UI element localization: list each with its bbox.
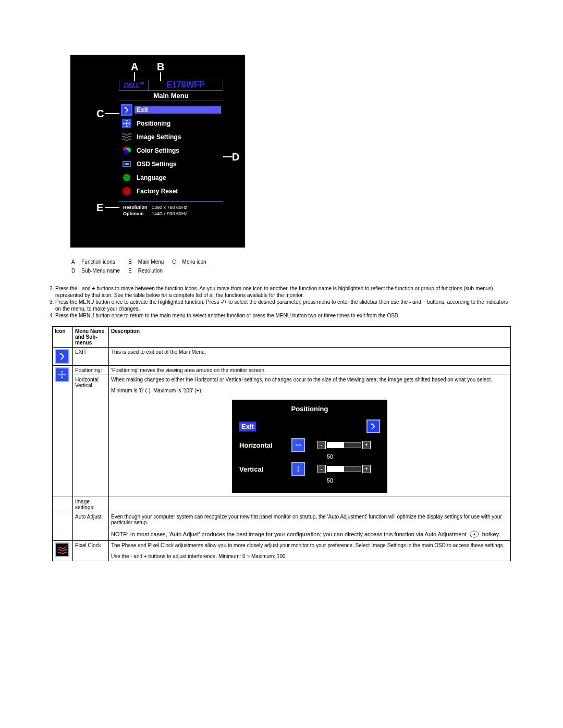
step-3: Press the MENU button once to activate t…: [55, 299, 511, 312]
menu-label: Exit: [134, 106, 221, 114]
menu-item-factory-reset[interactable]: Factory Reset: [121, 184, 221, 198]
menu-label: Color Settings: [134, 147, 221, 154]
menu-label: Positioning: [134, 120, 221, 127]
menu-item-osd-settings[interactable]: OSD Settings: [121, 157, 221, 171]
table-row: Horizontal Vertical When making changes …: [53, 375, 511, 497]
vertical-value: 50: [280, 477, 380, 484]
vertical-arrows-icon: [291, 462, 305, 476]
svg-rect-7: [125, 163, 129, 165]
submenu-vertical[interactable]: Vertical -+: [239, 460, 380, 478]
menu-label: Factory Reset: [134, 188, 221, 195]
auto-adjust-hotkey-icon: [470, 530, 479, 539]
resolution-value: 1360 x 768 60Hz: [152, 205, 219, 210]
callout-B: B: [157, 61, 164, 73]
row-sublabel: Horizontal Vertical: [73, 375, 109, 497]
osd-panel: DELLTM E178WFP Main Menu Exit Positionin…: [119, 80, 223, 219]
table-row: Auto Adjust Even though your computer sy…: [53, 512, 511, 541]
submenu-title: Positioning: [239, 403, 380, 417]
vertical-slider[interactable]: -+: [317, 465, 371, 473]
step-4: Press the MENU button once to return to …: [55, 312, 511, 319]
horizontal-arrows-icon: [291, 438, 305, 452]
row-desc: This is used to exit out of the Main Men…: [109, 348, 511, 366]
svg-point-8: [123, 174, 130, 181]
menu-label: Image Settings: [134, 133, 221, 141]
row-sublabel: Pixel Clock: [73, 541, 109, 561]
exit-icon: [55, 349, 69, 364]
callout-C: C: [96, 108, 104, 120]
svg-point-11: [60, 353, 62, 355]
function-table: Icon Menu Name and Sub-menus Description…: [52, 326, 511, 561]
col-name: Menu Name and Sub-menus: [73, 327, 109, 348]
callout-A: A: [131, 61, 138, 73]
optimum-label: Optimum: [123, 211, 152, 216]
row-desc: The Phase and Pixel Clock adjustments al…: [109, 541, 511, 561]
resolution-label: Resolution: [123, 205, 152, 210]
row-name: Image settings:: [73, 497, 109, 512]
row-sublabel: Auto Adjust: [73, 512, 109, 541]
svg-rect-0: [123, 106, 131, 114]
row-name: EXIT: [73, 348, 109, 366]
positioning-icon: [55, 367, 69, 382]
menu-item-positioning[interactable]: Positioning: [121, 117, 221, 130]
callout-E: E: [96, 202, 103, 214]
positioning-icon: [121, 118, 132, 129]
exit-icon: [366, 419, 380, 433]
svg-point-1: [125, 107, 126, 109]
model-number: E178WFP: [149, 80, 223, 90]
osd-settings-icon: [121, 158, 132, 170]
image-settings-icon: [55, 542, 69, 557]
row-desc: Even though your computer system can rec…: [109, 512, 511, 541]
col-desc: Description: [109, 327, 511, 348]
row-name: Positioning:: [73, 366, 109, 375]
main-menu-title: Main Menu: [119, 91, 223, 101]
row-desc: When making changes to either the Horizo…: [109, 375, 511, 497]
svg-point-9: [123, 187, 131, 195]
svg-point-5: [124, 150, 129, 155]
osd-screenshot: A B C D E DELLTM E178WFP Main Menu: [70, 55, 245, 248]
callout-legend: AFunction icons BMain Menu CMenu icon DS…: [70, 257, 215, 276]
positioning-submenu: Positioning Exit Horizontal: [232, 400, 387, 493]
svg-point-14: [473, 534, 475, 535]
step-2: Press the - and + buttons to move betwee…: [55, 285, 511, 299]
image-settings-icon: [121, 131, 132, 143]
horizontal-slider[interactable]: -+: [317, 441, 371, 449]
factory-reset-icon: [121, 186, 132, 197]
color-settings-icon: [121, 145, 132, 156]
submenu-exit[interactable]: Exit: [239, 417, 380, 436]
dell-logo: DELLTM: [119, 80, 149, 90]
submenu-horizontal[interactable]: Horizontal -+: [239, 436, 380, 454]
resolution-block: Resolution 1360 x 768 60Hz Optimum 1440 …: [119, 202, 223, 219]
table-row: Pixel Clock The Phase and Pixel Clock ad…: [53, 541, 511, 561]
table-row: Image settings:: [53, 497, 511, 512]
menu-item-image-settings[interactable]: Image Settings: [121, 130, 221, 144]
callout-D: D: [232, 151, 239, 163]
table-row: Positioning: 'Positioning' moves the vie…: [53, 366, 511, 375]
menu-label: Language: [134, 174, 221, 181]
svg-point-12: [371, 424, 372, 425]
menu-item-exit[interactable]: Exit: [121, 103, 221, 117]
table-row: EXIT This is used to exit out of the Mai…: [53, 348, 511, 366]
col-icon: Icon: [53, 327, 73, 348]
optimum-value: 1440 x 900 60Hz: [152, 211, 219, 216]
language-icon: [121, 172, 132, 183]
row-desc: 'Positioning' moves the viewing area aro…: [109, 366, 511, 375]
menu-item-color-settings[interactable]: Color Settings: [121, 144, 221, 157]
exit-icon: [121, 104, 132, 116]
horizontal-value: 50: [280, 453, 380, 460]
menu-label: OSD Settings: [134, 161, 221, 168]
menu-item-language[interactable]: Language: [121, 171, 221, 184]
instruction-steps: Press the - and + buttons to move betwee…: [55, 285, 511, 319]
